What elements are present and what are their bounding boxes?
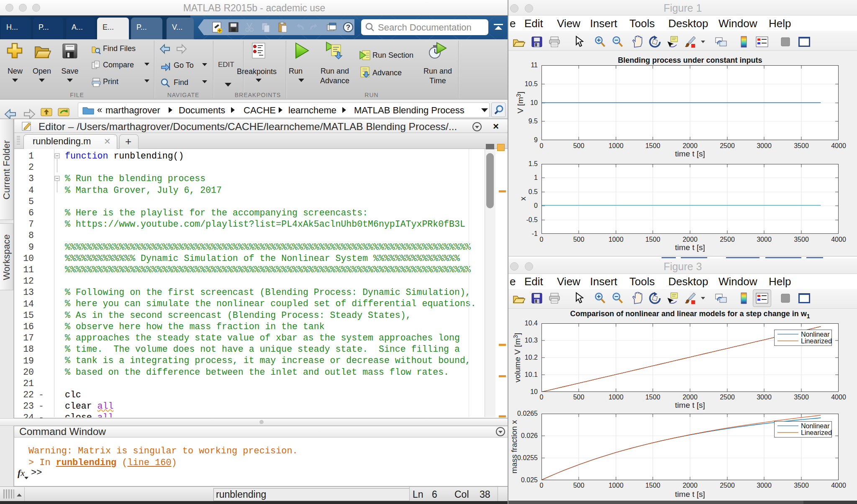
svg-text:?: ?: [346, 23, 350, 31]
